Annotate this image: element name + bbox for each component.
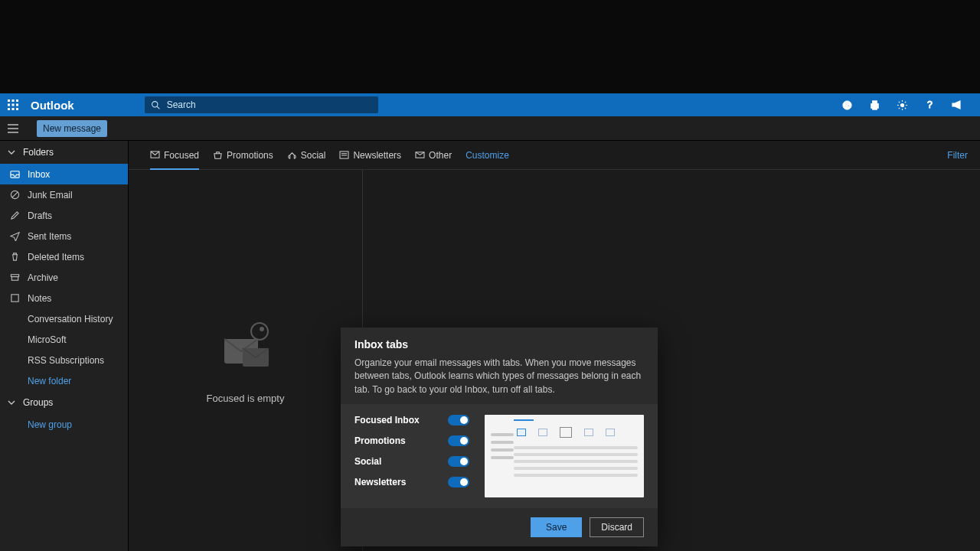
svg-rect-25 bbox=[11, 277, 18, 281]
sidebar-item-label: Archive bbox=[28, 272, 58, 283]
toggle-row-promotions: Promotions bbox=[354, 435, 469, 446]
sidebar-item-label: Drafts bbox=[28, 210, 52, 221]
sidebar-item-label: Junk Email bbox=[28, 190, 73, 201]
toggle-label: Focused Inbox bbox=[354, 415, 420, 425]
tab-promotions[interactable]: Promotions bbox=[213, 141, 273, 169]
search-icon bbox=[151, 100, 161, 110]
svg-rect-1 bbox=[12, 99, 15, 102]
search-box[interactable] bbox=[145, 96, 378, 113]
svg-rect-8 bbox=[16, 108, 18, 110]
megaphone-icon[interactable] bbox=[951, 99, 963, 111]
svg-rect-26 bbox=[11, 295, 18, 302]
focused-icon bbox=[150, 151, 160, 159]
svg-rect-15 bbox=[872, 106, 877, 109]
svg-rect-5 bbox=[16, 104, 18, 106]
tab-focused[interactable]: Focused bbox=[150, 141, 199, 169]
help-icon[interactable]: ? bbox=[923, 99, 936, 111]
svg-point-35 bbox=[260, 327, 264, 331]
skype-icon[interactable]: S bbox=[841, 99, 853, 111]
brand-label: Outlook bbox=[31, 99, 74, 112]
sidebar-item-label: Inbox bbox=[28, 169, 50, 180]
newsletters-icon bbox=[339, 151, 349, 159]
hamburger-icon[interactable] bbox=[5, 120, 21, 137]
discard-button[interactable]: Discard bbox=[590, 517, 644, 537]
tab-label: Newsletters bbox=[353, 150, 401, 161]
filter-link[interactable]: Filter bbox=[947, 150, 968, 161]
svg-rect-6 bbox=[8, 108, 10, 110]
sidebar-item-microsoft[interactable]: MicroSoft bbox=[0, 329, 128, 350]
new-group-link[interactable]: New group bbox=[0, 414, 128, 435]
sidebar-item-label: RSS Subscriptions bbox=[28, 355, 104, 366]
sidebar-item-label: MicroSoft bbox=[28, 334, 67, 345]
empty-illustration-icon bbox=[215, 318, 276, 379]
sidebar-item-rss[interactable]: RSS Subscriptions bbox=[0, 350, 128, 370]
sidebar-item-conversation-history[interactable]: Conversation History bbox=[0, 308, 128, 329]
toggle-social[interactable] bbox=[448, 456, 469, 467]
trash-icon bbox=[8, 252, 21, 262]
save-button[interactable]: Save bbox=[531, 517, 582, 537]
new-folder-link[interactable]: New folder bbox=[0, 370, 128, 391]
groups-label: Groups bbox=[23, 397, 53, 408]
svg-rect-4 bbox=[12, 104, 15, 106]
message-list: Focused is empty bbox=[129, 170, 363, 551]
folders-label: Folders bbox=[23, 147, 54, 158]
folders-section-header[interactable]: Folders bbox=[0, 141, 128, 164]
sidebar-item-label: Deleted Items bbox=[28, 252, 84, 262]
app-header: Outlook S ? bbox=[0, 93, 980, 116]
chevron-down-icon bbox=[8, 148, 15, 156]
tabs-preview-image bbox=[485, 415, 644, 497]
toggle-row-focused: Focused Inbox bbox=[354, 415, 469, 425]
sidebar: Folders Inbox Junk Email Drafts Sent Ite… bbox=[0, 141, 129, 551]
svg-rect-2 bbox=[16, 99, 18, 102]
inbox-tabs-bar: Focused Promotions Social Newsletters Ot… bbox=[129, 141, 980, 170]
toggle-promotions[interactable] bbox=[448, 435, 469, 446]
svg-line-10 bbox=[157, 106, 159, 109]
tab-other[interactable]: Other bbox=[415, 141, 452, 169]
svg-text:S: S bbox=[844, 101, 849, 109]
archive-icon bbox=[8, 272, 21, 282]
sidebar-item-inbox[interactable]: Inbox bbox=[0, 164, 128, 184]
svg-point-16 bbox=[900, 103, 903, 106]
toggle-row-newsletters: Newsletters bbox=[354, 477, 469, 487]
sidebar-item-deleted[interactable]: Deleted Items bbox=[0, 246, 128, 267]
svg-rect-14 bbox=[872, 100, 877, 103]
inbox-tabs-dialog: Inbox tabs Organize your email messages … bbox=[341, 328, 658, 546]
toggle-label: Social bbox=[354, 456, 381, 467]
inbox-icon bbox=[8, 169, 21, 179]
sidebar-item-label: Notes bbox=[28, 293, 51, 304]
tab-label: Focused bbox=[164, 150, 199, 161]
sidebar-item-junk[interactable]: Junk Email bbox=[0, 184, 128, 205]
svg-point-9 bbox=[152, 101, 157, 106]
sidebar-item-notes[interactable]: Notes bbox=[0, 288, 128, 308]
social-icon bbox=[287, 151, 297, 160]
print-icon[interactable] bbox=[868, 99, 880, 111]
empty-state-text: Focused is empty bbox=[207, 393, 285, 404]
chevron-down-icon bbox=[8, 399, 15, 406]
svg-text:?: ? bbox=[927, 99, 933, 110]
send-icon bbox=[8, 231, 21, 241]
command-bar: New message bbox=[0, 116, 980, 141]
new-message-button[interactable]: New message bbox=[37, 120, 107, 137]
tab-social[interactable]: Social bbox=[287, 141, 326, 169]
settings-icon[interactable] bbox=[896, 99, 908, 111]
sidebar-item-label: Sent Items bbox=[28, 231, 71, 242]
toggle-newsletters[interactable] bbox=[448, 477, 469, 487]
customize-link[interactable]: Customize bbox=[466, 150, 509, 161]
tab-label: Other bbox=[429, 150, 452, 161]
search-input[interactable] bbox=[167, 99, 372, 110]
sidebar-item-archive[interactable]: Archive bbox=[0, 267, 128, 288]
sidebar-item-drafts[interactable]: Drafts bbox=[0, 205, 128, 226]
toggle-focused-inbox[interactable] bbox=[448, 415, 469, 425]
tab-newsletters[interactable]: Newsletters bbox=[339, 141, 401, 169]
pencil-icon bbox=[8, 210, 21, 220]
sidebar-item-sent[interactable]: Sent Items bbox=[0, 226, 128, 246]
svg-rect-0 bbox=[8, 99, 10, 102]
app-launcher-icon[interactable] bbox=[5, 96, 21, 113]
toggle-label: Newsletters bbox=[354, 477, 406, 487]
svg-rect-7 bbox=[12, 108, 15, 110]
groups-section-header[interactable]: Groups bbox=[0, 391, 128, 414]
tab-label: Promotions bbox=[227, 150, 273, 161]
sidebar-item-label: Conversation History bbox=[28, 314, 113, 324]
toggle-row-social: Social bbox=[354, 456, 469, 467]
note-icon bbox=[8, 293, 21, 303]
